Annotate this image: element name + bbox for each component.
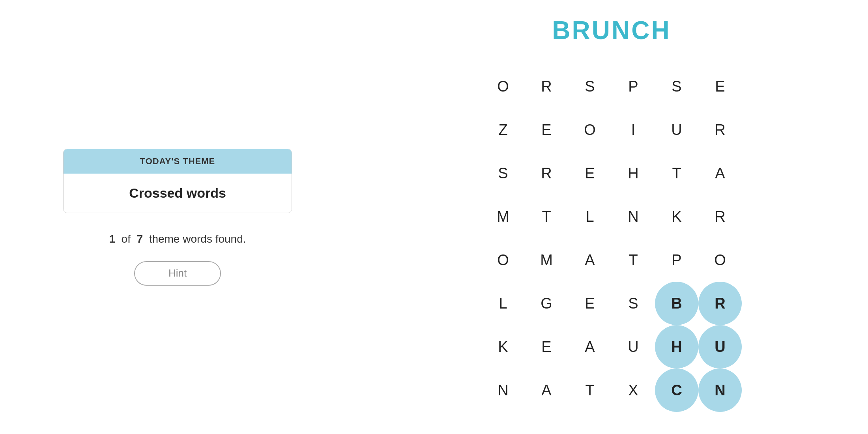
grid-cell[interactable]: K (655, 195, 698, 238)
grid-cell[interactable]: H (612, 152, 655, 195)
grid-cell[interactable]: R (698, 108, 742, 152)
grid-cell[interactable]: O (698, 238, 742, 282)
theme-card-header: TODAY'S THEME (64, 149, 292, 174)
grid-cell[interactable]: H (655, 325, 698, 369)
grid-cell[interactable]: T (655, 152, 698, 195)
grid-cell[interactable]: O (481, 238, 525, 282)
grid-cell[interactable]: N (698, 369, 742, 412)
word-title: BRUNCH (552, 16, 671, 45)
grid-cell[interactable]: A (698, 152, 742, 195)
progress-total: 7 (137, 233, 143, 245)
grid-cell[interactable]: N (612, 195, 655, 238)
grid-cell[interactable]: I (612, 108, 655, 152)
grid-cell[interactable]: P (612, 65, 655, 108)
progress-suffix: theme words found. (149, 233, 246, 245)
grid-cell[interactable]: S (655, 65, 698, 108)
grid-cell[interactable]: B (655, 282, 698, 325)
progress-text: 1 of 7 theme words found. (109, 233, 246, 245)
theme-title: Crossed words (129, 185, 226, 200)
grid-cell[interactable]: A (568, 325, 612, 369)
progress-found: 1 (109, 233, 115, 245)
grid-cell[interactable]: O (481, 65, 525, 108)
grid-cell[interactable]: S (568, 65, 612, 108)
grid-cell[interactable]: N (481, 369, 525, 412)
grid-cell[interactable]: G (525, 282, 568, 325)
grid-cell[interactable]: E (525, 325, 568, 369)
grid-cell[interactable]: S (612, 282, 655, 325)
grid-cell[interactable]: U (612, 325, 655, 369)
grid-cell[interactable]: R (698, 282, 742, 325)
grid-cell[interactable]: U (655, 108, 698, 152)
right-panel: BRUNCH ORSPSEZEOIURSREHTAMTLNKROMATPOLGE… (355, 0, 868, 434)
grid-cell[interactable]: P (655, 238, 698, 282)
grid-cell[interactable]: T (568, 369, 612, 412)
grid-cell[interactable]: E (568, 282, 612, 325)
grid-cell[interactable]: L (481, 282, 525, 325)
theme-label: TODAY'S THEME (140, 156, 215, 166)
theme-card: TODAY'S THEME Crossed words (63, 149, 292, 213)
grid-cell[interactable]: E (525, 108, 568, 152)
grid-cell[interactable]: Z (481, 108, 525, 152)
grid-cell[interactable]: T (612, 238, 655, 282)
grid-cell[interactable]: K (481, 325, 525, 369)
letter-grid: ORSPSEZEOIURSREHTAMTLNKROMATPOLGESBRKEAU… (481, 65, 742, 412)
theme-card-body: Crossed words (64, 174, 292, 213)
grid-cell[interactable]: T (525, 195, 568, 238)
grid-cell[interactable]: A (525, 369, 568, 412)
grid-cell[interactable]: S (481, 152, 525, 195)
grid-cell[interactable]: O (568, 108, 612, 152)
grid-cell[interactable]: E (698, 65, 742, 108)
grid-cell[interactable]: M (525, 238, 568, 282)
grid-cell[interactable]: L (568, 195, 612, 238)
grid-cell[interactable]: R (525, 152, 568, 195)
grid-cell[interactable]: X (612, 369, 655, 412)
grid-cell[interactable]: U (698, 325, 742, 369)
grid-cell[interactable]: M (481, 195, 525, 238)
hint-button[interactable]: Hint (134, 261, 221, 286)
grid-cell[interactable]: R (698, 195, 742, 238)
grid-cell[interactable]: E (568, 152, 612, 195)
grid-cell[interactable]: C (655, 369, 698, 412)
left-panel: TODAY'S THEME Crossed words 1 of 7 theme… (0, 0, 355, 434)
grid-cell[interactable]: R (525, 65, 568, 108)
grid-cell[interactable]: A (568, 238, 612, 282)
